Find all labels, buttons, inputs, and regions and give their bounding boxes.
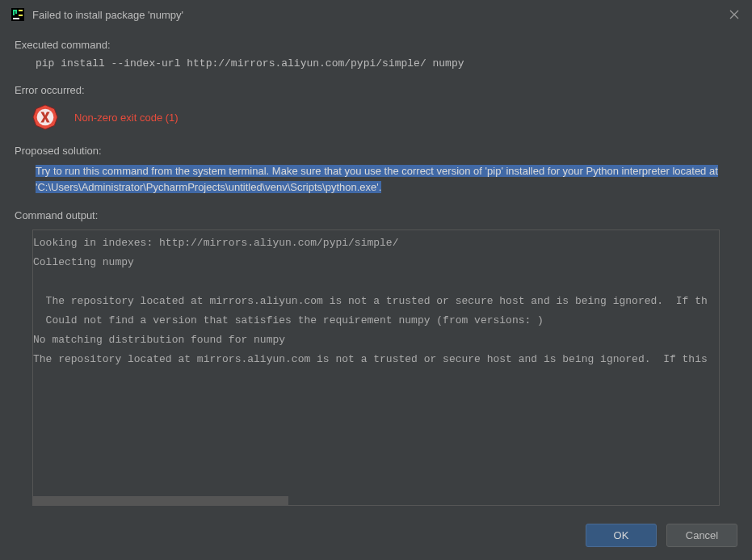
command-output-content: Looking in indexes: http://mirrors.aliyu… [33, 230, 719, 373]
solution-text-container: Try to run this command from the system … [36, 163, 723, 195]
svg-rect-4 [13, 18, 19, 19]
solution-text[interactable]: Try to run this command from the system … [36, 165, 718, 193]
dialog-title: Failed to install package 'numpy' [32, 9, 183, 21]
ok-button[interactable]: OK [586, 524, 657, 547]
svg-rect-2 [13, 11, 15, 15]
error-occurred-label: Error occurred: [15, 84, 737, 96]
svg-rect-6 [19, 15, 23, 16]
close-button[interactable] [728, 8, 741, 21]
error-message: Non-zero exit code (1) [74, 112, 179, 124]
dialog-content: Executed command: pip install --index-ur… [0, 39, 752, 506]
scrollbar-thumb[interactable] [33, 496, 288, 505]
proposed-solution-label: Proposed solution: [15, 145, 737, 157]
error-icon [32, 104, 58, 130]
command-output-box[interactable]: Looking in indexes: http://mirrors.aliyu… [32, 229, 720, 506]
executed-command-label: Executed command: [15, 39, 737, 51]
svg-rect-3 [15, 11, 17, 14]
error-row: Non-zero exit code (1) [15, 104, 737, 130]
svg-rect-1 [13, 10, 17, 11]
command-output-label: Command output: [15, 209, 737, 221]
cancel-button[interactable]: Cancel [666, 524, 737, 547]
pycharm-icon [11, 8, 24, 21]
close-icon [729, 10, 739, 19]
svg-rect-5 [19, 10, 23, 11]
executed-command-text: pip install --index-url http://mirrors.a… [15, 57, 737, 69]
button-row: OK Cancel [586, 524, 737, 547]
titlebar: Failed to install package 'numpy' [0, 0, 752, 29]
horizontal-scrollbar[interactable] [33, 496, 719, 505]
